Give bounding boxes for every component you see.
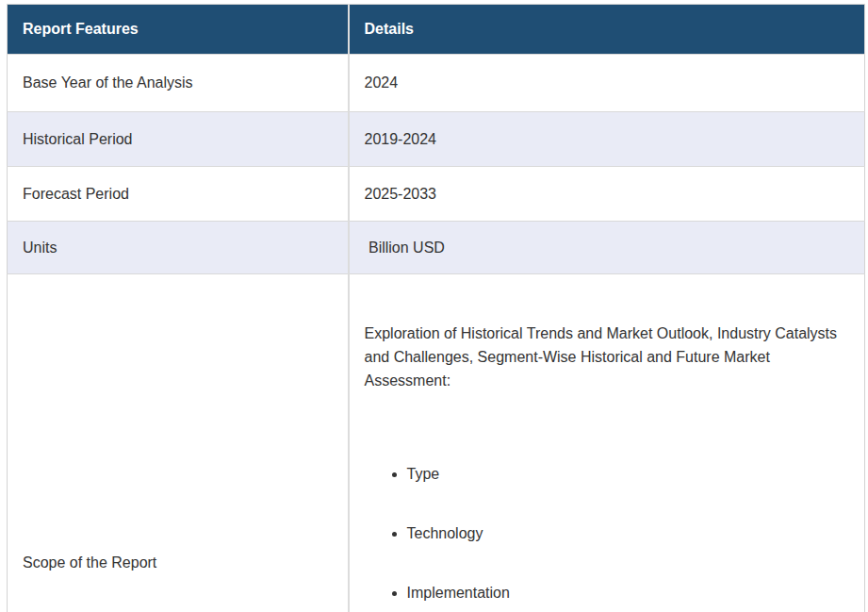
report-features-table: Report Features Details Base Year of the…	[7, 4, 865, 612]
scope-bullet-item: Technology	[407, 521, 850, 546]
scope-bullet-item: Type	[407, 461, 850, 487]
feature-cell: Scope of the Report	[8, 274, 349, 612]
table-row-historical-period: Historical Period 2019-2024	[8, 112, 865, 167]
scope-bullet-item: Implementation	[407, 580, 850, 605]
feature-cell: Forecast Period	[8, 167, 349, 222]
detail-cell: 2025-2033	[349, 167, 865, 222]
table-row-units: Units Billion USD	[8, 222, 865, 274]
table-header-row: Report Features Details	[8, 5, 865, 55]
table-row-scope: Scope of the Report Exploration of Histo…	[8, 274, 865, 612]
feature-cell: Base Year of the Analysis	[8, 55, 349, 112]
detail-cell: Exploration of Historical Trends and Mar…	[349, 274, 865, 612]
scope-bullet-list: Type Technology Implementation Receiver …	[365, 427, 850, 612]
detail-cell: 2019-2024	[349, 112, 865, 167]
scope-intro-text: Exploration of Historical Trends and Mar…	[365, 322, 850, 392]
feature-cell: Units	[8, 222, 349, 274]
detail-cell: 2024	[349, 55, 865, 112]
page: Report Features Details Base Year of the…	[0, 0, 868, 612]
detail-cell: Billion USD	[349, 222, 865, 274]
table-row-forecast-period: Forecast Period 2025-2033	[8, 167, 865, 222]
table-row-base-year: Base Year of the Analysis 2024	[8, 55, 865, 112]
column-header-details: Details	[349, 5, 865, 55]
column-header-report-features: Report Features	[8, 5, 349, 55]
feature-cell: Historical Period	[8, 112, 349, 167]
